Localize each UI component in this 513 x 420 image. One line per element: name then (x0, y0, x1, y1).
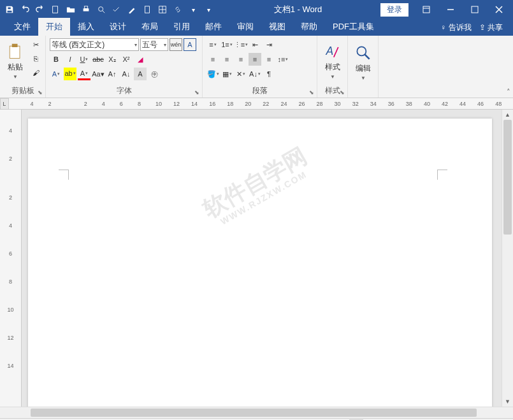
share-button[interactable]: ⇪ 共享 (479, 22, 503, 33)
font-name-value: 等线 (西文正文) (52, 40, 105, 50)
asian-layout-icon[interactable]: ✕ (235, 68, 247, 80)
subscript-button[interactable]: X₂ (106, 53, 119, 66)
qat-customize-icon[interactable]: ▾ (201, 3, 215, 17)
ruler-vertical[interactable]: 422468101214 (0, 110, 22, 407)
show-marks-icon[interactable]: ¶ (263, 68, 275, 80)
tab-help[interactable]: 帮助 (293, 18, 325, 36)
redo-icon[interactable] (33, 3, 47, 17)
watermark-line1: 软件自学网 (199, 143, 311, 223)
italic-button[interactable]: I (64, 53, 76, 66)
tab-review[interactable]: 审阅 (229, 18, 261, 36)
multilevel-icon[interactable]: ⋮≡ (235, 38, 247, 51)
enclose-char-icon[interactable]: ㊥ (148, 68, 161, 80)
decrease-indent-icon[interactable]: ⇤ (249, 38, 261, 51)
tab-home[interactable]: 开始 (38, 18, 70, 36)
text-effects-icon[interactable]: A (50, 68, 62, 80)
shading-icon[interactable]: 🪣 (206, 68, 219, 80)
svg-rect-9 (12, 44, 18, 47)
tab-references[interactable]: 引用 (166, 18, 198, 36)
scrollbar-vertical[interactable]: ▲ ▼ (502, 110, 513, 407)
char-border-icon[interactable]: A (184, 38, 196, 51)
styles-launcher-icon[interactable]: ⬊ (338, 89, 346, 96)
undo-icon[interactable] (18, 3, 32, 17)
numbering-icon[interactable]: 1≡ (220, 38, 233, 51)
tab-view[interactable]: 视图 (261, 18, 293, 36)
collapse-ribbon-icon[interactable]: ˄ (507, 88, 510, 96)
shrink-font-icon[interactable]: A↓ (120, 68, 133, 80)
align-right-icon[interactable]: ≡ (235, 53, 247, 66)
format-painter-icon[interactable]: 🖌 (29, 66, 42, 79)
scroll-thumb-v[interactable] (503, 120, 512, 235)
svg-rect-8 (10, 46, 20, 58)
scrollbar-horizontal[interactable] (22, 407, 502, 418)
tab-mailings[interactable]: 邮件 (198, 18, 229, 36)
highlight-icon[interactable]: ab (64, 68, 76, 80)
scroll-thumb-h[interactable] (31, 409, 477, 417)
page[interactable]: 软件自学网 WWW.RJZXW.COM (28, 119, 492, 407)
scroll-up-icon[interactable]: ▲ (502, 110, 513, 120)
margin-mark-tr (437, 170, 447, 180)
minimize-icon[interactable] (439, 1, 462, 18)
maximize-icon[interactable] (463, 1, 486, 18)
grow-font-icon[interactable]: A↑ (106, 68, 119, 80)
borders-icon[interactable]: ▦ (220, 68, 233, 80)
font-launcher-icon[interactable]: ⬊ (193, 89, 201, 96)
scroll-down-icon[interactable]: ▼ (502, 396, 513, 407)
open-icon[interactable] (64, 3, 78, 17)
paste-label: 粘贴 (8, 62, 23, 73)
styles-button[interactable]: A 样式 ▼ (321, 38, 344, 84)
quick-access-toolbar: ▾ ▾ (0, 3, 215, 17)
link-icon[interactable] (171, 3, 185, 17)
align-center-icon[interactable]: ≡ (220, 53, 233, 66)
phonetic-guide-icon[interactable]: wén (170, 38, 182, 51)
tab-insert[interactable]: 插入 (70, 18, 102, 36)
change-case-icon[interactable]: Aa▾ (92, 68, 105, 80)
copy-icon[interactable]: ⎘ (29, 52, 42, 65)
svg-rect-6 (423, 6, 430, 13)
distribute-icon[interactable]: ≡ (263, 53, 275, 66)
tab-design[interactable]: 设计 (102, 18, 134, 36)
char-shading-icon[interactable]: A (134, 68, 147, 80)
login-button[interactable]: 登录 (380, 3, 408, 17)
font-color-icon[interactable]: A (78, 68, 90, 80)
watermark-line2: WWW.RJZXW.COM (212, 165, 316, 231)
table-icon[interactable] (155, 3, 170, 17)
new-doc-icon[interactable] (48, 3, 62, 17)
group-editing-spacer (352, 86, 374, 96)
window-title: 文档1 - Word (215, 4, 380, 15)
cut-icon[interactable]: ✂ (29, 38, 42, 51)
clipboard-launcher-icon[interactable]: ⬊ (36, 89, 44, 96)
superscript-button[interactable]: X² (120, 53, 133, 66)
tellme-button[interactable]: ♀ 告诉我 (440, 22, 471, 33)
font-size-combo[interactable]: 五号 (140, 38, 168, 51)
sort-icon[interactable]: A↓ (249, 68, 261, 80)
tab-file[interactable]: 文件 (6, 18, 38, 36)
increase-indent-icon[interactable]: ⇥ (263, 38, 275, 51)
spellcheck-icon[interactable] (110, 3, 124, 17)
clear-format-icon[interactable]: ◢ (134, 53, 147, 66)
paste-button[interactable]: 粘贴 ▼ (4, 38, 27, 84)
align-left-icon[interactable]: ≡ (206, 53, 219, 66)
styles-label: 样式 (325, 62, 340, 73)
ribbon-display-icon[interactable] (415, 1, 438, 18)
strikethrough-button[interactable]: abc (92, 53, 105, 66)
save-icon[interactable] (3, 3, 17, 17)
tab-pdftools[interactable]: PDF工具集 (325, 18, 382, 36)
print-icon[interactable] (79, 3, 93, 17)
touch-icon[interactable] (140, 3, 154, 17)
underline-button[interactable]: U (78, 53, 90, 66)
ruler-horizontal[interactable]: 4224681012141618202224262830323436384042… (9, 98, 513, 110)
document-canvas[interactable]: 软件自学网 WWW.RJZXW.COM (22, 110, 502, 407)
bullets-icon[interactable]: ≡ (206, 38, 219, 51)
close-icon[interactable] (488, 1, 510, 18)
ink-icon[interactable] (125, 3, 139, 17)
editing-button[interactable]: 编辑 ▼ (352, 38, 375, 86)
font-name-combo[interactable]: 等线 (西文正文) (50, 38, 139, 51)
justify-icon[interactable]: ≡ (249, 53, 261, 66)
bold-button[interactable]: B (50, 53, 62, 66)
qat-more-icon[interactable]: ▾ (186, 3, 200, 17)
preview-icon[interactable] (94, 3, 108, 17)
tab-layout[interactable]: 布局 (134, 18, 166, 36)
paragraph-launcher-icon[interactable]: ⬊ (308, 89, 315, 96)
line-spacing-icon[interactable]: ↕≡ (277, 53, 289, 66)
